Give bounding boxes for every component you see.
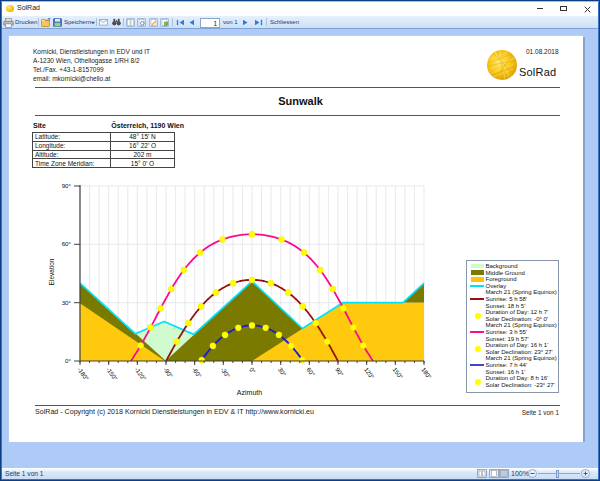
svg-text:90°: 90° — [334, 366, 345, 378]
svg-text:90°: 90° — [62, 182, 72, 189]
svg-text:-150°: -150° — [105, 366, 120, 382]
svg-text:0°: 0° — [65, 357, 71, 364]
svg-text:120°: 120° — [363, 366, 377, 381]
svg-text:30°: 30° — [277, 366, 288, 378]
svg-text:180°: 180° — [420, 366, 434, 381]
svg-text:60°: 60° — [62, 240, 72, 247]
svg-text:Azimuth: Azimuth — [237, 389, 262, 396]
svg-text:-60°: -60° — [191, 366, 204, 380]
svg-text:0°: 0° — [248, 366, 257, 375]
svg-text:60°: 60° — [306, 366, 317, 378]
svg-text:-120°: -120° — [134, 366, 149, 382]
svg-text:150°: 150° — [392, 366, 406, 381]
svg-text:30°: 30° — [62, 299, 72, 306]
svg-text:Elevation: Elevation — [48, 258, 55, 285]
svg-text:-180°: -180° — [76, 366, 91, 382]
svg-text:-90°: -90° — [162, 366, 175, 380]
svg-text:-30°: -30° — [220, 366, 233, 380]
